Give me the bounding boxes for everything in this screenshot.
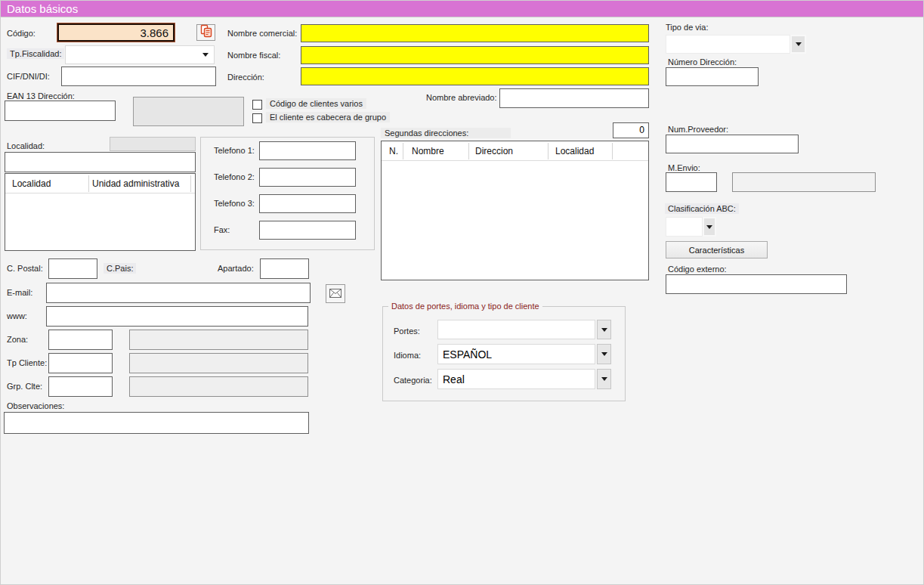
col-header-direccion[interactable]: Direccion (475, 146, 513, 156)
grp-clte-label: Grp. Clte: (7, 382, 42, 391)
tipo-via-value (666, 35, 790, 54)
clasificacion-abc-combo[interactable] (666, 217, 716, 237)
page-title: Datos básicos (7, 2, 78, 15)
tp-cliente-descripcion-field (129, 353, 308, 373)
segundas-direcciones-count: 0 (613, 122, 649, 138)
column-divider (403, 143, 403, 159)
telefono3-input[interactable] (259, 194, 356, 213)
m-envio-label: M.Envio: (668, 163, 700, 172)
nombre-abreviado-input[interactable] (499, 88, 649, 108)
caracteristicas-button[interactable]: Características (666, 241, 768, 258)
idioma-dropdown-button[interactable] (597, 344, 611, 364)
localidad-col-header[interactable]: Localidad (12, 178, 51, 189)
portes-value (437, 320, 595, 339)
tp-cliente-label: Tp Cliente: (7, 358, 47, 367)
header-divider (5, 193, 195, 193)
codigo-externo-label: Código externo: (668, 265, 727, 274)
c-postal-input[interactable] (48, 258, 97, 279)
num-proveedor-input[interactable] (666, 135, 799, 153)
observaciones-input[interactable] (4, 412, 309, 434)
header-divider (382, 160, 648, 161)
col-header-n[interactable]: N. (389, 146, 398, 156)
apartado-label: Apartado: (218, 264, 254, 273)
column-divider (190, 175, 191, 192)
col-header-nombre[interactable]: Nombre (412, 146, 444, 156)
cif-input[interactable] (61, 67, 216, 86)
cabecera-grupo-label: El cliente es cabecera de grupo (266, 112, 390, 122)
segundas-direcciones-table[interactable]: N. Nombre Direccion Localidad (381, 141, 649, 280)
clientes-varios-label: Código de clientes varios (266, 98, 366, 109)
www-label: www: (7, 311, 27, 320)
numero-direccion-label: Número Dirección: (668, 57, 737, 67)
localidad-table[interactable]: Localidad Unidad administrativa (5, 173, 196, 251)
column-divider (88, 175, 89, 192)
mail-icon (329, 287, 341, 301)
tp-fiscalidad-label: Tp.Fiscalidad: (7, 48, 64, 59)
telefono1-input[interactable] (259, 141, 356, 160)
chevron-down-icon (601, 377, 607, 381)
apartado-input[interactable] (260, 258, 309, 279)
observaciones-label: Observaciones: (7, 401, 64, 410)
idioma-value: ESPAÑOL (437, 344, 595, 364)
nombre-abreviado-label: Nombre abreviado: (426, 93, 497, 102)
categoria-dropdown-button[interactable] (597, 369, 611, 389)
cabecera-grupo-checkbox[interactable] (252, 113, 262, 123)
codigo-label: Código: (7, 29, 36, 38)
portes-combo[interactable] (437, 320, 611, 339)
nombre-comercial-label: Nombre comercial: (227, 29, 297, 38)
numero-direccion-input[interactable] (666, 67, 759, 86)
grp-clte-input[interactable] (48, 376, 113, 397)
direccion-label: Dirección: (227, 73, 264, 82)
portes-dropdown-button[interactable] (597, 320, 611, 339)
nombre-fiscal-input[interactable] (301, 46, 649, 64)
tipo-via-combo[interactable] (666, 35, 806, 54)
col-header-localidad[interactable]: Localidad (555, 146, 594, 156)
send-email-button[interactable] (326, 284, 345, 303)
m-envio-input[interactable] (666, 172, 717, 192)
zona-label: Zona: (7, 335, 28, 344)
ean13-input[interactable] (5, 101, 116, 121)
www-input[interactable] (46, 306, 308, 327)
column-divider (548, 143, 549, 159)
chevron-down-icon (601, 328, 607, 332)
copy-icon (199, 24, 213, 41)
chevron-down-icon (202, 53, 209, 57)
zona-input[interactable] (48, 330, 113, 350)
portes-label: Portes: (394, 327, 420, 336)
localidad-search-input[interactable] (5, 152, 196, 172)
tipo-via-label: Tipo de via: (666, 23, 708, 32)
tipo-via-dropdown-button[interactable] (790, 35, 806, 54)
nombre-fiscal-label: Nombre fiscal: (227, 51, 280, 60)
localidad-label: Localidad: (7, 141, 45, 150)
fax-input[interactable] (259, 221, 356, 240)
c-postal-label: C. Postal: (7, 264, 43, 273)
datos-basicos-window: Datos básicos Código: Tp.Fiscalidad: CIF… (0, 0, 924, 585)
ean13-label: EAN 13 Dirección: (7, 91, 75, 101)
localidad-disabled-box (110, 137, 196, 151)
telefono2-input[interactable] (259, 168, 356, 187)
grp-clte-descripcion-field (129, 376, 308, 397)
tp-fiscalidad-combo[interactable] (65, 45, 215, 64)
clasificacion-abc-dropdown-button[interactable] (703, 217, 716, 237)
categoria-value: Real (437, 369, 595, 389)
clientes-varios-checkbox[interactable] (252, 100, 262, 110)
idioma-combo[interactable]: ESPAÑOL (437, 344, 611, 364)
nombre-comercial-input[interactable] (301, 24, 649, 42)
categoria-combo[interactable]: Real (437, 369, 611, 389)
ean13-disabled-box (133, 97, 244, 126)
num-proveedor-label: Num.Proveedor: (668, 125, 728, 134)
codigo-input[interactable] (57, 23, 175, 42)
direccion-input[interactable] (301, 67, 649, 85)
chevron-down-icon (601, 352, 607, 356)
codigo-externo-input[interactable] (666, 274, 847, 294)
copy-button[interactable] (196, 24, 215, 41)
tp-cliente-input[interactable] (48, 353, 113, 373)
idioma-label: Idioma: (394, 351, 421, 360)
c-pais-label: C.Pais: (104, 263, 136, 274)
categoria-label: Categoria: (394, 376, 432, 385)
unidad-administrativa-col-header[interactable]: Unidad administrativa (92, 178, 179, 189)
email-input[interactable] (46, 283, 311, 303)
telefono1-label: Telefono 1: (214, 146, 255, 155)
fax-label: Fax: (214, 225, 230, 234)
chevron-down-icon (706, 225, 712, 229)
